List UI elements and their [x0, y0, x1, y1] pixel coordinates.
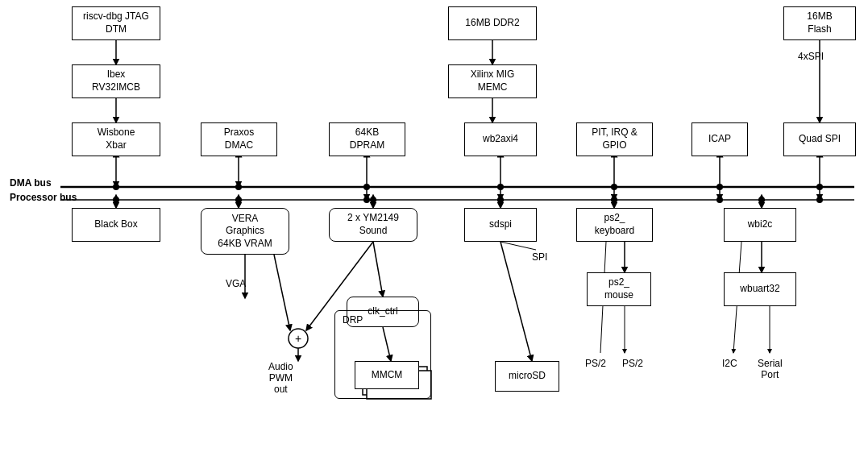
svg-point-41 — [497, 184, 504, 190]
svg-point-38 — [363, 184, 370, 190]
wbuart32-box: wbuart32 — [724, 272, 796, 306]
xilinx-mig-label: Xilinx MIGMEMC — [471, 68, 515, 93]
64kb-dpram-label: 64KBDPRAM — [350, 127, 384, 151]
block-diagram: + riscv-dbg JTAG DTM IbexRV32IMCB Wisbon… — [0, 0, 868, 473]
wb2axi4-label: wb2axi4 — [483, 133, 518, 146]
ps2-keyboard-box: ps2_keyboard — [576, 208, 653, 242]
praxos-dmac-box: PraxosDMAC — [201, 122, 277, 156]
sdspi-label: sdspi — [489, 218, 512, 231]
16mb-flash-label: 16MBFlash — [807, 10, 832, 35]
audio-pwm-out-label: AudioPWMout — [268, 361, 293, 395]
16mb-flash-box: 16MBFlash — [783, 6, 856, 40]
black-box-box: Black Box — [72, 208, 160, 242]
svg-point-34 — [113, 184, 119, 190]
svg-point-48 — [816, 197, 823, 203]
wbi2c-label: wbi2c — [748, 218, 773, 231]
ps2-keyboard-label: ps2_keyboard — [595, 212, 634, 237]
pit-irq-gpio-box: PIT, IRQ &GPIO — [576, 122, 653, 156]
svg-point-35 — [113, 197, 119, 203]
i2c-label: I2C — [722, 358, 737, 369]
2xym2149-box: 2 x YM2149Sound — [329, 208, 417, 242]
ps2-2-label: PS/2 — [622, 358, 643, 369]
icap-box: ICAP — [691, 122, 748, 156]
svg-line-26 — [500, 242, 532, 361]
quad-spi-box: Quad SPI — [783, 122, 856, 156]
svg-text:+: + — [295, 332, 301, 345]
xilinx-mig-box: Xilinx MIGMEMC — [448, 64, 537, 98]
svg-point-47 — [816, 184, 823, 190]
pit-irq-gpio-label: PIT, IRQ &GPIO — [592, 127, 638, 151]
wisbone-label: WisboneXbar — [98, 127, 135, 151]
16mb-ddr2-box: 16MB DDR2 — [448, 6, 537, 40]
svg-point-40 — [370, 197, 376, 203]
ps2-mouse-label: ps2_mouse — [604, 276, 633, 301]
svg-line-22 — [274, 255, 290, 330]
wbi2c-box: wbi2c — [724, 208, 796, 242]
ps2-mouse-box: ps2_mouse — [587, 272, 651, 306]
microsd-label: microSD — [509, 370, 546, 383]
64kb-dpram-box: 64KBDPRAM — [329, 122, 405, 156]
mmcm-label: MMCM — [372, 369, 403, 382]
sdspi-box: sdspi — [464, 208, 537, 242]
praxos-label: PraxosDMAC — [224, 127, 254, 151]
svg-point-39 — [363, 197, 370, 203]
drp-label: DRP — [343, 314, 363, 326]
svg-point-42 — [497, 197, 504, 203]
microsd-box: microSD — [495, 361, 559, 392]
wisbone-xbar-box: WisboneXbar — [72, 122, 160, 156]
icap-label: ICAP — [708, 133, 731, 146]
svg-line-24 — [373, 242, 383, 297]
svg-point-46 — [716, 197, 723, 203]
quad-spi-label: Quad SPI — [799, 133, 841, 146]
svg-point-44 — [611, 197, 617, 203]
black-box-label: Black Box — [94, 218, 137, 231]
processor-bus-label: Processor bus — [10, 192, 77, 203]
vga-label: VGA — [226, 278, 246, 289]
vera-graphics-label: VERAGraphics64KB VRAM — [218, 213, 272, 251]
svg-point-36 — [235, 184, 242, 190]
svg-point-43 — [611, 184, 617, 190]
wb2axi4-box: wb2axi4 — [464, 122, 537, 156]
16mb-ddr2-label: 16MB DDR2 — [465, 17, 519, 30]
svg-point-49 — [758, 197, 765, 203]
svg-line-27 — [500, 242, 536, 250]
dma-bus-label: DMA bus — [10, 177, 52, 189]
svg-point-45 — [716, 184, 723, 190]
riscv-dbg-box: riscv-dbg JTAG DTM — [72, 6, 160, 40]
ps2-1-label: PS/2 — [585, 358, 606, 369]
wbuart32-label: wbuart32 — [740, 283, 779, 296]
ibex-box: IbexRV32IMCB — [72, 64, 160, 98]
svg-point-37 — [235, 197, 242, 203]
vera-graphics-box: VERAGraphics64KB VRAM — [201, 208, 289, 255]
mmcm-box: MMCM — [355, 361, 419, 389]
4xspi-label: 4xSPI — [798, 51, 824, 62]
2xym2149-label: 2 x YM2149Sound — [347, 212, 399, 237]
ibex-label: IbexRV32IMCB — [92, 68, 140, 93]
serial-port-label: SerialPort — [758, 358, 783, 380]
spi-label: SPI — [532, 251, 547, 263]
riscv-dbg-label: riscv-dbg JTAG DTM — [73, 10, 160, 35]
